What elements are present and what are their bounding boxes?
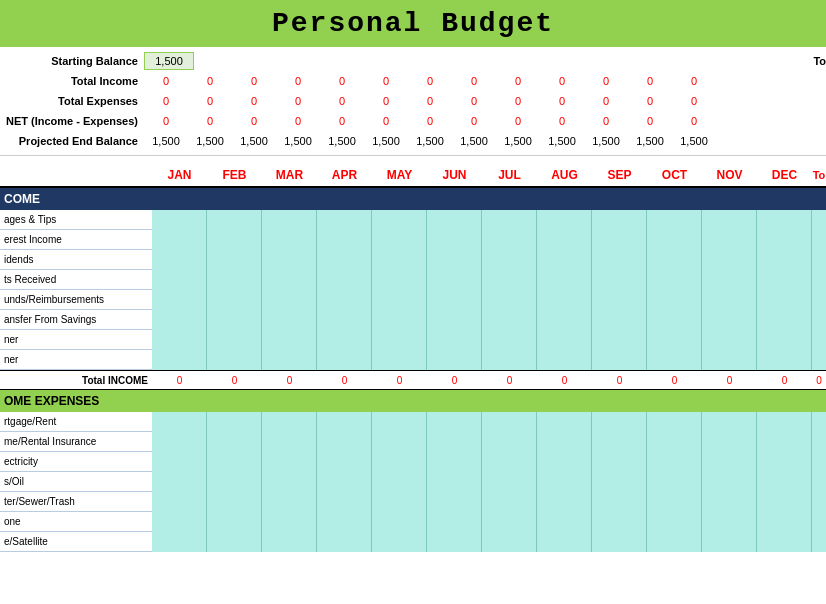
gifts-dec-cell[interactable] (757, 270, 812, 290)
gas-dec-cell[interactable] (757, 472, 812, 492)
mortgage-jul-cell[interactable] (482, 412, 537, 432)
div-feb-cell[interactable] (207, 250, 262, 270)
other2-feb-cell[interactable] (207, 350, 262, 370)
gifts-nov-cell[interactable] (702, 270, 757, 290)
gas-may-cell[interactable] (372, 472, 427, 492)
mortgage-jan-cell[interactable] (152, 412, 207, 432)
water-nov-cell[interactable] (702, 492, 757, 512)
wages-feb-cell[interactable] (207, 210, 262, 230)
interest-oct-cell[interactable] (647, 230, 702, 250)
elec-mar-cell[interactable] (262, 452, 317, 472)
wages-mar-cell[interactable] (262, 210, 317, 230)
transfer-sep-cell[interactable] (592, 310, 647, 330)
elec-sep-cell[interactable] (592, 452, 647, 472)
gifts-feb-cell[interactable] (207, 270, 262, 290)
gifts-oct-cell[interactable] (647, 270, 702, 290)
other2-may-cell[interactable] (372, 350, 427, 370)
interest-mar-cell[interactable] (262, 230, 317, 250)
elec-oct-cell[interactable] (647, 452, 702, 472)
gas-jan-cell[interactable] (152, 472, 207, 492)
refunds-may-cell[interactable] (372, 290, 427, 310)
water-dec-cell[interactable] (757, 492, 812, 512)
transfer-feb-cell[interactable] (207, 310, 262, 330)
other2-apr-cell[interactable] (317, 350, 372, 370)
div-jan-cell[interactable] (152, 250, 207, 270)
gas-mar-cell[interactable] (262, 472, 317, 492)
gifts-sep-cell[interactable] (592, 270, 647, 290)
transfer-jun-cell[interactable] (427, 310, 482, 330)
water-jan-cell[interactable] (152, 492, 207, 512)
other1-nov-cell[interactable] (702, 330, 757, 350)
other1-mar-cell[interactable] (262, 330, 317, 350)
other1-aug-cell[interactable] (537, 330, 592, 350)
phone-jan-cell[interactable] (152, 512, 207, 532)
gas-aug-cell[interactable] (537, 472, 592, 492)
wages-jun-cell[interactable] (427, 210, 482, 230)
wages-jan-cell[interactable] (152, 210, 207, 230)
wages-nov-cell[interactable] (702, 210, 757, 230)
other1-jul-cell[interactable] (482, 330, 537, 350)
gas-sep-cell[interactable] (592, 472, 647, 492)
gifts-apr-cell[interactable] (317, 270, 372, 290)
other2-nov-cell[interactable] (702, 350, 757, 370)
other2-dec-cell[interactable] (757, 350, 812, 370)
transfer-oct-cell[interactable] (647, 310, 702, 330)
other1-oct-cell[interactable] (647, 330, 702, 350)
transfer-apr-cell[interactable] (317, 310, 372, 330)
div-apr-cell[interactable] (317, 250, 372, 270)
div-jul-cell[interactable] (482, 250, 537, 270)
cable-dec-cell[interactable] (757, 532, 812, 552)
starting-balance-input[interactable] (144, 52, 194, 70)
phone-sep-cell[interactable] (592, 512, 647, 532)
transfer-aug-cell[interactable] (537, 310, 592, 330)
other2-aug-cell[interactable] (537, 350, 592, 370)
phone-dec-cell[interactable] (757, 512, 812, 532)
interest-apr-cell[interactable] (317, 230, 372, 250)
cable-sep-cell[interactable] (592, 532, 647, 552)
cable-jan-cell[interactable] (152, 532, 207, 552)
div-aug-cell[interactable] (537, 250, 592, 270)
phone-aug-cell[interactable] (537, 512, 592, 532)
div-jun-cell[interactable] (427, 250, 482, 270)
refunds-sep-cell[interactable] (592, 290, 647, 310)
wages-aug-cell[interactable] (537, 210, 592, 230)
other1-dec-cell[interactable] (757, 330, 812, 350)
gifts-jan-cell[interactable] (152, 270, 207, 290)
water-jul-cell[interactable] (482, 492, 537, 512)
other1-apr-cell[interactable] (317, 330, 372, 350)
cable-feb-cell[interactable] (207, 532, 262, 552)
wages-may-cell[interactable] (372, 210, 427, 230)
water-aug-cell[interactable] (537, 492, 592, 512)
ins-oct-cell[interactable] (647, 432, 702, 452)
transfer-mar-cell[interactable] (262, 310, 317, 330)
refunds-jul-cell[interactable] (482, 290, 537, 310)
mortgage-nov-cell[interactable] (702, 412, 757, 432)
elec-jan-cell[interactable] (152, 452, 207, 472)
transfer-nov-cell[interactable] (702, 310, 757, 330)
cable-may-cell[interactable] (372, 532, 427, 552)
gifts-mar-cell[interactable] (262, 270, 317, 290)
gas-jun-cell[interactable] (427, 472, 482, 492)
water-sep-cell[interactable] (592, 492, 647, 512)
interest-aug-cell[interactable] (537, 230, 592, 250)
other1-feb-cell[interactable] (207, 330, 262, 350)
water-oct-cell[interactable] (647, 492, 702, 512)
mortgage-may-cell[interactable] (372, 412, 427, 432)
ins-jan-cell[interactable] (152, 432, 207, 452)
gas-oct-cell[interactable] (647, 472, 702, 492)
other1-sep-cell[interactable] (592, 330, 647, 350)
interest-jan-cell[interactable] (152, 230, 207, 250)
refunds-feb-cell[interactable] (207, 290, 262, 310)
other2-sep-cell[interactable] (592, 350, 647, 370)
phone-feb-cell[interactable] (207, 512, 262, 532)
gifts-aug-cell[interactable] (537, 270, 592, 290)
gifts-may-cell[interactable] (372, 270, 427, 290)
div-sep-cell[interactable] (592, 250, 647, 270)
elec-feb-cell[interactable] (207, 452, 262, 472)
interest-dec-cell[interactable] (757, 230, 812, 250)
div-dec-cell[interactable] (757, 250, 812, 270)
mortgage-aug-cell[interactable] (537, 412, 592, 432)
cable-oct-cell[interactable] (647, 532, 702, 552)
ins-mar-cell[interactable] (262, 432, 317, 452)
mortgage-oct-cell[interactable] (647, 412, 702, 432)
